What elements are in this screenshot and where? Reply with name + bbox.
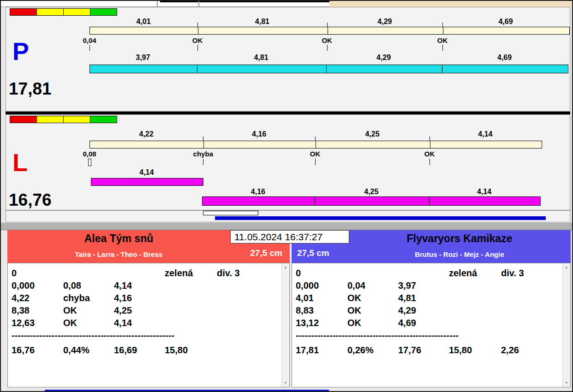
boundary-tick	[315, 159, 316, 165]
lane-divider	[6, 112, 570, 114]
lane-p-letter: P	[12, 39, 29, 64]
split-status-label: chyba	[193, 150, 213, 158]
segment-time-label: 3,97	[136, 53, 150, 62]
start-light	[10, 116, 37, 123]
split-status-label: OK	[192, 36, 203, 44]
lower-bar-ticks	[90, 159, 569, 165]
lane-l-panel: L 16,76 4,224,164,254,14 0,08chybaOKOK 4…	[6, 114, 570, 210]
boundary-tick	[430, 159, 430, 165]
start-light	[63, 8, 90, 16]
scrollbar[interactable]: ▲ ▼	[562, 263, 570, 387]
result-row: 0zelenádiv. 3	[12, 268, 279, 280]
run-times-bar	[202, 196, 541, 206]
lane-l-letter: L	[12, 150, 28, 175]
lane-p-track: 4,014,814,294,69 0,04OKOKOK 3,974,814,29…	[90, 7, 569, 111]
team-members: Brutus - Rozi - Mejz - Angie	[349, 250, 570, 258]
jump-height: 27,5 cm	[297, 248, 329, 258]
time-bar-segment	[90, 65, 197, 73]
progress-bar	[215, 216, 546, 220]
result-row: 8,38OK4,25	[12, 305, 279, 318]
time-bar-segment	[197, 65, 327, 73]
lane-l-track: 4,224,164,254,14 0,08chybaOKOK 4,14 4,16…	[90, 115, 569, 210]
lane-p-panel: P 17,81 4,014,814,294,69 0,04OKOKOK 3,97…	[6, 7, 570, 112]
window-fragment	[329, 1, 572, 7]
time-bar-segment	[326, 65, 442, 73]
scroll-up-icon[interactable]: ▲	[563, 265, 570, 269]
time-bar-segment	[90, 27, 198, 34]
start-light	[36, 116, 64, 123]
result-row: 12,63OK4,14	[12, 318, 279, 330]
time-bar-segment	[430, 141, 542, 148]
team-name: Alea Tým snů	[7, 232, 230, 245]
upper-bar-ticks	[90, 137, 569, 141]
split-status-label: OK	[424, 150, 435, 158]
boundary-tick	[315, 137, 316, 141]
result-row: 0,0000,084,14	[12, 280, 279, 293]
upper-bar-ticks	[90, 23, 569, 27]
segment-time-label: 4,25	[364, 188, 378, 196]
segment-time-label: 4,16	[251, 188, 265, 196]
scroll-up-icon[interactable]: ▲	[282, 265, 289, 269]
jump-height: 27,5 cm	[250, 248, 282, 258]
window-edge-fragment	[160, 1, 329, 2]
team-right-panel: Flyvaryors Kamikaze Brutus - Rozi - Mejz…	[292, 230, 571, 387]
result-table: 0zelenádiv. 30,0000,043,974,01OK4,818,83…	[296, 268, 560, 357]
summary-row: 17,810,26%17,7615,802,26	[296, 345, 560, 357]
start-light	[63, 116, 90, 123]
boundary-tick	[442, 23, 443, 27]
lane-p-total-time: 17,81	[9, 80, 52, 97]
split-status-label: OK	[310, 150, 321, 158]
run-progress-strip	[6, 210, 570, 222]
time-bar-segment	[429, 197, 541, 205]
measured-splits-bar	[90, 27, 570, 35]
boundary-tick	[90, 45, 90, 51]
result-row: 13,12OK4,69	[296, 318, 560, 330]
boundary-tick	[197, 23, 198, 27]
first-run-bar	[91, 178, 203, 186]
time-bar-segment	[315, 197, 429, 205]
time-bar-segment	[316, 141, 430, 148]
timestamp: 11.05.2024 16:37:27	[230, 230, 349, 244]
result-row: 0zelenádiv. 3	[296, 268, 560, 280]
team-right-results: 0zelenádiv. 30,0000,043,974,01OK4,818,83…	[292, 263, 571, 387]
separator-row: ----------------------------------------…	[12, 330, 279, 343]
boundary-tick	[197, 45, 198, 51]
measured-splits-bar	[90, 141, 542, 148]
window-divider	[198, 1, 199, 7]
result-row: 4,22chyba4,16	[12, 293, 279, 305]
summary-row: 16,760,44%16,6915,80	[12, 345, 279, 357]
boundary-tick	[442, 45, 443, 51]
flyball-timing-window: P 17,81 4,014,814,294,69 0,04OKOKOK 3,97…	[0, 0, 573, 392]
scroll-down-icon[interactable]: ▼	[282, 381, 289, 385]
time-bar-segment	[443, 27, 569, 34]
boundary-tick	[203, 159, 203, 165]
result-row: 4,01OK4,81	[296, 293, 560, 305]
taskbar-fragment	[45, 390, 329, 392]
team-left-panel: Alea Tým snů Taira - Larra - Theo - Bres…	[7, 230, 290, 387]
first-run-label: 4,14	[90, 168, 569, 176]
split-status-label: OK	[437, 36, 448, 44]
lane-l-total-time: 16,76	[9, 191, 52, 208]
run-bar-labels: 3,974,814,294,69	[90, 53, 569, 61]
segment-time-label: 4,81	[254, 53, 268, 62]
separator-row: ----------------------------------------…	[296, 330, 560, 343]
progress-marker-box	[203, 211, 258, 215]
time-bar-segment	[91, 178, 203, 185]
team-name: Flyvaryors Kamikaze	[349, 232, 570, 245]
boundary-tick	[327, 23, 328, 27]
time-bar-segment	[328, 27, 443, 34]
time-bar-segment	[203, 197, 315, 205]
window-divider	[157, 1, 158, 7]
split-status-label: 0,04	[83, 36, 96, 44]
time-bar-segment	[90, 141, 203, 148]
scrollbar[interactable]: ▲ ▼	[281, 263, 289, 387]
segment-time-label: 4,14	[139, 168, 154, 177]
boundary-tick	[203, 137, 203, 141]
split-status-label: OK	[322, 36, 332, 44]
scroll-down-icon[interactable]: ▼	[563, 381, 570, 385]
team-members: Taira - Larra - Theo - Bress	[7, 250, 230, 258]
time-bar-segment	[198, 27, 328, 34]
start-light	[36, 8, 64, 16]
start-light	[10, 8, 37, 16]
segment-time-label: 4,14	[477, 188, 491, 196]
